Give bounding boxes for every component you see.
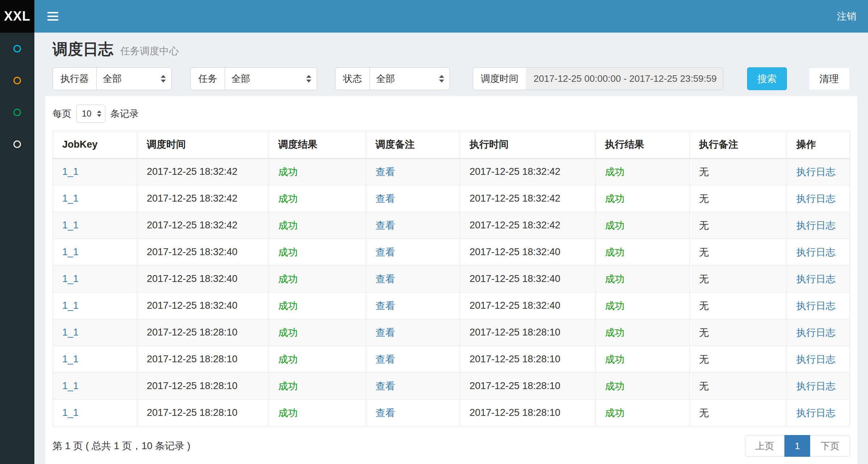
handle-time-cell: 2017-12-25 18:32:40: [460, 266, 595, 292]
pagination-prev-button[interactable]: 上页: [745, 435, 785, 457]
sidebar-menu-item[interactable]: [0, 128, 34, 160]
logout-link[interactable]: 注销: [837, 10, 856, 23]
col-header-handle-time: 执行时间: [460, 131, 595, 159]
trigger-time-cell: 2017-12-25 18:28:10: [137, 373, 269, 400]
sidebar-menu-item[interactable]: [0, 33, 34, 64]
circle-o-icon: [13, 77, 21, 84]
filter-executor-select[interactable]: 全部: [96, 67, 172, 90]
trigger-remark-link[interactable]: 查看: [375, 354, 395, 365]
jobkey-link[interactable]: 1_1: [62, 193, 79, 204]
filter-status-value: 全部: [376, 72, 395, 85]
handle-time-cell: 2017-12-25 18:28:10: [460, 319, 595, 346]
hamburger-icon: [47, 16, 58, 17]
jobkey-link[interactable]: 1_1: [62, 354, 79, 364]
jobkey-link[interactable]: 1_1: [62, 166, 79, 177]
filter-status-group: 状态 全部: [335, 67, 450, 90]
trigger-result-text: 成功: [278, 166, 298, 177]
handle-remark-cell: 无: [690, 373, 787, 400]
hamburger-icon: [47, 19, 58, 21]
execution-log-link[interactable]: 执行日志: [796, 327, 835, 338]
trigger-remark-link[interactable]: 查看: [375, 220, 395, 231]
trigger-time-cell: 2017-12-25 18:32:40: [137, 239, 269, 266]
handle-time-cell: 2017-12-25 18:32:42: [460, 185, 595, 212]
select-spinner-icon: [306, 75, 311, 83]
handle-time-cell: 2017-12-25 18:32:42: [460, 159, 595, 185]
execution-log-link[interactable]: 执行日志: [796, 381, 835, 392]
execution-log-link[interactable]: 执行日志: [796, 274, 835, 284]
filter-job-value: 全部: [231, 72, 250, 85]
trigger-result-text: 成功: [278, 381, 298, 392]
select-spinner-icon: [97, 110, 101, 117]
trigger-result-text: 成功: [278, 193, 298, 204]
log-table-row: 1_1 2017-12-25 18:32:42 成功 查看 2017-12-25…: [53, 212, 850, 239]
handle-remark-cell: 无: [690, 400, 787, 426]
pagination: 上页 1 下页: [745, 435, 850, 457]
trigger-remark-link[interactable]: 查看: [375, 381, 395, 392]
trigger-remark-link[interactable]: 查看: [375, 166, 395, 177]
trigger-remark-link[interactable]: 查看: [375, 408, 395, 418]
log-table-row: 1_1 2017-12-25 18:28:10 成功 查看 2017-12-25…: [53, 400, 850, 426]
handle-remark-cell: 无: [690, 239, 787, 266]
page-size-select[interactable]: 10: [76, 105, 105, 123]
jobkey-link[interactable]: 1_1: [62, 246, 79, 257]
filter-job-select[interactable]: 全部: [225, 67, 317, 90]
execution-log-link[interactable]: 执行日志: [796, 220, 835, 231]
app-logo[interactable]: XXL: [0, 0, 34, 33]
trigger-remark-link[interactable]: 查看: [375, 274, 395, 284]
sidebar-toggle-button[interactable]: [45, 8, 60, 24]
col-header-trigger-time: 调度时间: [137, 131, 269, 159]
select-spinner-icon: [439, 75, 444, 83]
execution-log-link[interactable]: 执行日志: [796, 354, 835, 365]
handle-remark-cell: 无: [690, 159, 787, 185]
filter-status-select[interactable]: 全部: [370, 67, 450, 90]
trigger-result-text: 成功: [278, 354, 298, 365]
sidebar-menu-item[interactable]: [0, 64, 34, 96]
jobkey-link[interactable]: 1_1: [62, 300, 79, 311]
log-box: 每页 10 条记录 JobKey 调度时间 调度结果 调度备: [45, 96, 857, 464]
log-table-row: 1_1 2017-12-25 18:32:42 成功 查看 2017-12-25…: [53, 185, 850, 212]
circle-o-icon: [13, 140, 21, 148]
clear-button[interactable]: 清理: [808, 67, 850, 90]
execution-log-link[interactable]: 执行日志: [796, 408, 835, 418]
circle-o-icon: [13, 109, 21, 116]
jobkey-link[interactable]: 1_1: [62, 380, 79, 391]
circle-o-icon: [13, 45, 21, 52]
pagination-page-button[interactable]: 1: [784, 435, 810, 457]
handle-remark-cell: 无: [690, 319, 787, 346]
trigger-time-cell: 2017-12-25 18:32:40: [137, 266, 269, 292]
search-button[interactable]: 搜索: [747, 67, 787, 90]
page-size-value: 10: [82, 109, 92, 119]
handle-time-cell: 2017-12-25 18:32:40: [460, 239, 595, 266]
log-table-row: 1_1 2017-12-25 18:32:40 成功 查看 2017-12-25…: [53, 266, 850, 292]
handle-result-text: 成功: [605, 247, 625, 258]
sidebar-menu-item[interactable]: [0, 96, 34, 128]
trigger-time-cell: 2017-12-25 18:32:42: [137, 185, 269, 212]
filter-executor-label: 执行器: [52, 67, 96, 90]
trigger-remark-link[interactable]: 查看: [375, 327, 395, 338]
trigger-time-range-input[interactable]: 2017-12-25 00:00:00 - 2017-12-25 23:59:5…: [526, 67, 723, 90]
jobkey-link[interactable]: 1_1: [62, 273, 79, 284]
log-table-body: 1_1 2017-12-25 18:32:42 成功 查看 2017-12-25…: [53, 159, 850, 426]
handle-time-cell: 2017-12-25 18:28:10: [460, 346, 595, 373]
trigger-result-text: 成功: [278, 247, 298, 258]
log-table-row: 1_1 2017-12-25 18:32:40 成功 查看 2017-12-25…: [53, 292, 850, 319]
pagination-next-button[interactable]: 下页: [810, 435, 850, 457]
trigger-remark-link[interactable]: 查看: [375, 300, 395, 311]
filter-status-label: 状态: [335, 67, 370, 90]
log-table: JobKey 调度时间 调度结果 调度备注 执行时间 执行结果 执行备注 操作 …: [52, 131, 850, 426]
jobkey-link[interactable]: 1_1: [62, 327, 79, 338]
filter-trigger-time-group: 调度时间 2017-12-25 00:00:00 - 2017-12-25 23…: [473, 67, 723, 90]
execution-log-link[interactable]: 执行日志: [796, 300, 835, 311]
trigger-remark-link[interactable]: 查看: [375, 193, 395, 204]
jobkey-link[interactable]: 1_1: [62, 407, 79, 418]
trigger-time-cell: 2017-12-25 18:28:10: [137, 319, 269, 346]
navbar-main: 注销: [34, 0, 868, 33]
jobkey-link[interactable]: 1_1: [62, 220, 79, 231]
trigger-time-cell: 2017-12-25 18:32:40: [137, 292, 269, 319]
handle-result-text: 成功: [605, 166, 625, 177]
execution-log-link[interactable]: 执行日志: [796, 193, 835, 204]
handle-remark-cell: 无: [690, 185, 787, 212]
execution-log-link[interactable]: 执行日志: [796, 166, 835, 177]
trigger-remark-link[interactable]: 查看: [375, 247, 395, 258]
execution-log-link[interactable]: 执行日志: [796, 247, 835, 258]
